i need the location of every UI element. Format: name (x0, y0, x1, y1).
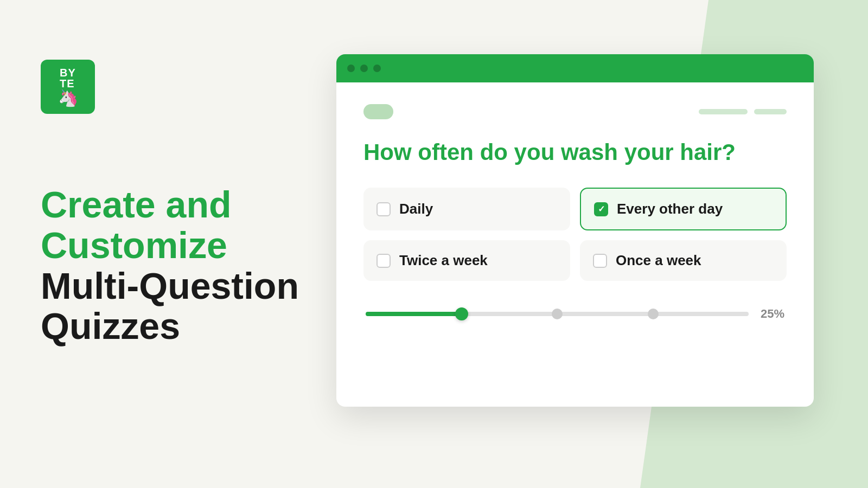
logo: BYTE 🦄 (41, 60, 95, 114)
option-daily[interactable]: Daily (363, 188, 570, 230)
option-daily-label: Daily (399, 201, 433, 217)
options-grid: Daily Every other day Twice a week Once … (363, 188, 787, 281)
progress-line-1 (699, 109, 748, 114)
logo-icon: 🦄 (58, 90, 78, 106)
option-every-other-day[interactable]: Every other day (580, 188, 787, 230)
title-word-customize: Customize (41, 224, 227, 266)
logo-text: BYTE (60, 67, 76, 89)
browser-window: How often do you wash your hair? Daily E… (336, 54, 814, 407)
slider-track[interactable] (366, 312, 749, 316)
title-line3: Multi-Question (41, 265, 299, 306)
checkbox-twice-a-week[interactable] (376, 254, 391, 268)
browser-titlebar (336, 54, 814, 82)
option-once-a-week-label: Once a week (616, 252, 701, 269)
slider-value: 25% (757, 307, 784, 321)
progress-line-2 (754, 109, 787, 114)
window-dot-2 (360, 65, 368, 72)
quiz-question: How often do you wash your hair? (363, 139, 787, 166)
option-twice-a-week-label: Twice a week (399, 252, 488, 269)
slider-thumb[interactable] (455, 307, 468, 320)
title-line4: Quizzes (41, 305, 180, 346)
option-twice-a-week[interactable]: Twice a week (363, 240, 570, 281)
option-once-a-week[interactable]: Once a week (580, 240, 787, 281)
window-dot-3 (373, 65, 381, 72)
checkbox-every-other-day[interactable] (594, 202, 608, 216)
progress-row (363, 104, 787, 119)
slider-dot-three-quarter (648, 309, 659, 319)
progress-pill (363, 104, 393, 119)
checkbox-once-a-week[interactable] (593, 254, 607, 268)
window-dot-1 (347, 65, 355, 72)
title-word-create: Create and (41, 184, 231, 225)
slider-dot-mid (552, 309, 563, 319)
hero-title: Create and Customize Multi-Question Quiz… (41, 184, 299, 346)
option-every-other-day-label: Every other day (617, 201, 723, 217)
browser-content: How often do you wash your hair? Daily E… (336, 82, 814, 343)
slider-fill (366, 312, 462, 316)
left-content: Create and Customize Multi-Question Quiz… (41, 184, 299, 346)
slider-section: 25% (363, 307, 787, 321)
checkbox-daily[interactable] (376, 202, 391, 216)
